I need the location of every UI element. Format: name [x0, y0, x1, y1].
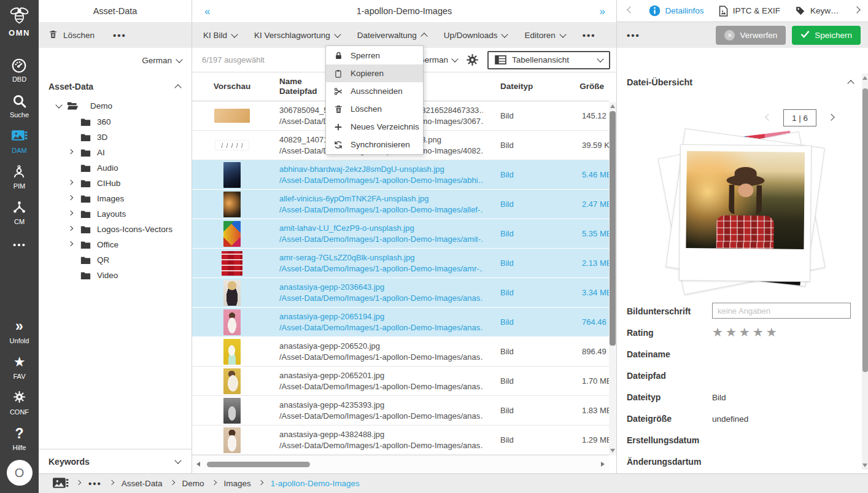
- metadata-language-select[interactable]: German: [418, 55, 457, 64]
- file-name[interactable]: anastasiya-gepp-4382488.jpg: [279, 429, 483, 440]
- save-button[interactable]: Speichern: [792, 26, 861, 45]
- sidebar-item-conf[interactable]: CONF: [10, 390, 29, 416]
- sidebar-item-pim[interactable]: PPIM: [10, 165, 29, 190]
- tree-item-3d[interactable]: 3D: [39, 130, 192, 145]
- file-name[interactable]: anastasiya-gepp-4235393.jpg: [279, 400, 483, 411]
- tree-item-360[interactable]: 360: [39, 114, 192, 130]
- context-menu-item-sperren[interactable]: Sperren: [326, 47, 423, 64]
- table-row[interactable]: anastasiya-gepp-2065201.jpg/Asset-Data/D…: [192, 367, 609, 396]
- sidebar-item-unfold[interactable]: »Unfold: [10, 319, 29, 344]
- table-row[interactable]: amit-lahav-LU_fCezP9-o-unsplash.jpg/Asse…: [192, 219, 609, 249]
- delete-folder-button[interactable]: Löschen: [48, 29, 95, 41]
- user-avatar[interactable]: O: [7, 460, 33, 486]
- image-preview-stack[interactable]: [661, 124, 826, 293]
- file-name[interactable]: abhinav-bhardwaj-2ekzJ8smDgU-unsplash.jp…: [279, 164, 483, 175]
- tree-item-demo[interactable]: Demo: [39, 97, 192, 114]
- column-header-groesse[interactable]: Größe: [579, 82, 604, 91]
- horizontal-scrollbar-thumb[interactable]: [207, 462, 310, 467]
- table-row[interactable]: allef-vinicius-6ypOmTNK2FA-unsplash.jpg/…: [192, 190, 609, 219]
- chevron-right-icon[interactable]: [68, 195, 73, 200]
- sidebar-item-suche[interactable]: Suche: [10, 93, 29, 118]
- tabs-scroll-left-icon[interactable]: [627, 6, 634, 13]
- tree-item-qr[interactable]: QR: [39, 252, 192, 268]
- sidebar-item-dam[interactable]: DAM: [10, 129, 29, 154]
- breadcrumb-item-demo[interactable]: Demo: [182, 479, 204, 488]
- tab-keyw[interactable]: Keyw…: [795, 5, 839, 17]
- sidebar-item-cm[interactable]: CM: [10, 200, 29, 225]
- file-name[interactable]: amit-lahav-LU_fCezP9-o-unsplash.jpg: [279, 223, 483, 234]
- breadcrumb-item-images[interactable]: Images: [224, 479, 251, 488]
- tree-item-layouts[interactable]: Layouts: [39, 206, 192, 222]
- breadcrumb-item-asset-data[interactable]: Asset-Data: [122, 479, 163, 488]
- context-menu-item-l-schen[interactable]: Löschen: [326, 100, 423, 118]
- scroll-right-arrow[interactable]: [601, 462, 605, 467]
- chevron-right-icon[interactable]: [68, 211, 73, 215]
- toolbar-menu-up-downloads[interactable]: Up/Downloads: [444, 31, 508, 40]
- context-menu-item-kopieren[interactable]: Kopieren: [326, 64, 423, 82]
- horizontal-scrollbar[interactable]: [192, 455, 609, 473]
- tree-item-office[interactable]: Office: [39, 237, 192, 252]
- tabs-scroll-right-icon[interactable]: [853, 6, 860, 13]
- gear-icon[interactable]: [466, 53, 479, 66]
- context-menu-item-neues-verzeichnis[interactable]: Neues Verzeichnis: [326, 118, 423, 136]
- toolbar-menu-ki-verschlagwortung[interactable]: KI Verschlagwortung: [254, 31, 340, 40]
- tree-item-audio[interactable]: Audio: [39, 160, 192, 176]
- table-row[interactable]: anastasiya-gepp-4235393.jpg/Asset-Data/D…: [192, 396, 609, 425]
- asset-toolbar-more-button[interactable]: •••: [583, 30, 596, 41]
- file-name[interactable]: anastasiya-gepp-206520.jpg: [279, 341, 483, 352]
- sidebar-item-dbd[interactable]: DBD: [10, 58, 29, 83]
- chevron-right-icon[interactable]: [68, 149, 73, 154]
- file-overview-section-header[interactable]: Datei-Übersicht: [617, 77, 868, 87]
- chevron-right-icon[interactable]: [68, 180, 73, 185]
- vertical-scrollbar[interactable]: [609, 102, 616, 455]
- tree-item-video[interactable]: Video: [39, 268, 192, 283]
- tree-item-cihub[interactable]: CIHub: [39, 176, 192, 191]
- table-row[interactable]: abhinav-bhardwaj-2ekzJ8smDgU-unsplash.jp…: [192, 160, 609, 190]
- table-row[interactable]: anastasiya-gepp-4382488.jpg/Asset-Data/D…: [192, 425, 609, 455]
- detail-scrollbar-thumb[interactable]: [862, 88, 868, 372]
- scroll-down-arrow[interactable]: [610, 449, 615, 452]
- scroll-up-arrow[interactable]: [862, 76, 867, 80]
- toolbar-menu-editoren[interactable]: Editoren: [524, 31, 565, 40]
- rating-stars[interactable]: ★★★★★: [712, 325, 780, 340]
- detail-scrollbar[interactable]: [862, 74, 868, 470]
- table-row[interactable]: anastasiya-gepp-2036643.jpg/Asset-Data/D…: [192, 278, 609, 308]
- table-row[interactable]: anastasiya-gepp-206520.jpg/Asset-Data/De…: [192, 337, 609, 367]
- chevron-right-icon[interactable]: [68, 226, 73, 231]
- column-header-name-dateipfad[interactable]: Name Dateipfad: [279, 77, 317, 96]
- context-menu-item-ausschneiden[interactable]: Ausschneiden: [326, 82, 423, 100]
- tree-root-asset-data[interactable]: Asset-Data: [39, 79, 192, 95]
- table-row[interactable]: anastasiya-gepp-2065194.jpg/Asset-Data/D…: [192, 308, 609, 337]
- tree-item-images[interactable]: Images: [39, 191, 192, 206]
- assets-home-icon[interactable]: [52, 476, 69, 491]
- vertical-scrollbar-thumb[interactable]: [610, 111, 616, 346]
- toolbar-menu-dateiverwaltung[interactable]: Dateiverwaltung: [357, 31, 427, 40]
- sidebar-item-fav[interactable]: ★FAV: [10, 355, 29, 380]
- breadcrumb-item-current[interactable]: 1-apollon-Demo-Images: [271, 479, 360, 488]
- prev-folder-button[interactable]: «: [204, 6, 209, 18]
- keywords-section[interactable]: Keywords: [39, 449, 192, 473]
- scroll-left-arrow[interactable]: [196, 462, 200, 467]
- table-row[interactable]: amr-serag-7GLsZZ0qBlk-unsplash.jpg/Asset…: [192, 249, 609, 278]
- column-header-dateityp[interactable]: Dateityp: [500, 82, 533, 91]
- file-name[interactable]: anastasiya-gepp-2065194.jpg: [279, 311, 483, 322]
- toolbar-menu-ki-bild[interactable]: KI Bild: [203, 31, 237, 40]
- sidebar-item-more[interactable]: [10, 236, 29, 252]
- column-header-vorschau[interactable]: Vorschau: [192, 82, 272, 91]
- view-mode-select[interactable]: Tabellenansicht: [487, 51, 610, 69]
- chevron-up-icon[interactable]: [174, 84, 181, 91]
- tab-detailinfos[interactable]: Detailinfos: [649, 5, 704, 17]
- file-name[interactable]: allef-vinicius-6ypOmTNK2FA-unsplash.jpg: [279, 193, 483, 204]
- file-name[interactable]: anastasiya-gepp-2036643.jpg: [279, 282, 483, 293]
- file-name[interactable]: amr-serag-7GLsZZ0qBlk-unsplash.jpg: [279, 252, 483, 263]
- scroll-down-arrow[interactable]: [862, 464, 867, 467]
- tree-item-ai[interactable]: AI: [39, 145, 192, 160]
- folder-more-button[interactable]: •••: [113, 30, 126, 41]
- next-folder-button[interactable]: »: [600, 6, 604, 18]
- folder-language-select[interactable]: German: [39, 48, 192, 72]
- chevron-right-icon[interactable]: [68, 241, 73, 246]
- tree-item-logos-icons-vectors[interactable]: Logos-Icons-Vectors: [39, 222, 192, 237]
- context-menu-item-synchronisieren[interactable]: Synchronisieren: [326, 136, 423, 153]
- pager-prev-icon[interactable]: [765, 114, 772, 120]
- caption-input[interactable]: [712, 303, 851, 319]
